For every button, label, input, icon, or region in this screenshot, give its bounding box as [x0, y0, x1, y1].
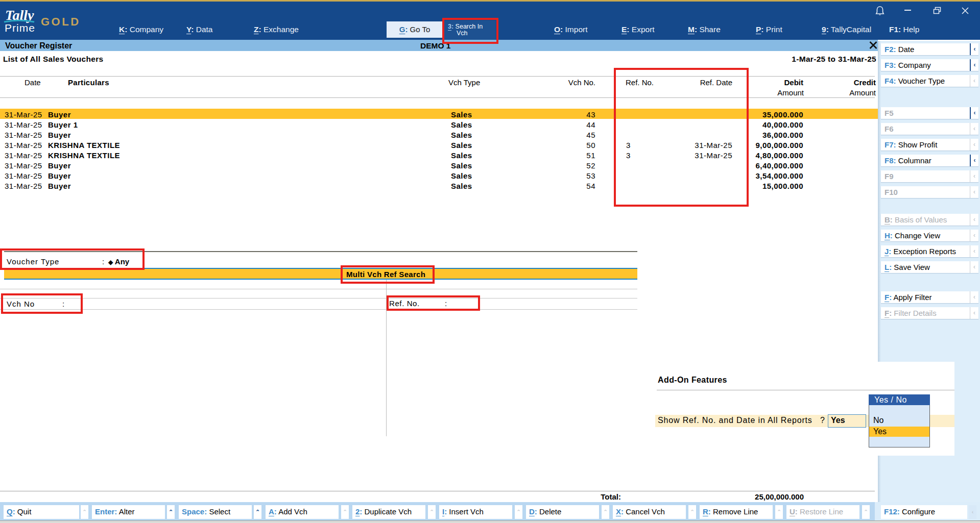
svg-text:Prime: Prime — [5, 22, 35, 34]
